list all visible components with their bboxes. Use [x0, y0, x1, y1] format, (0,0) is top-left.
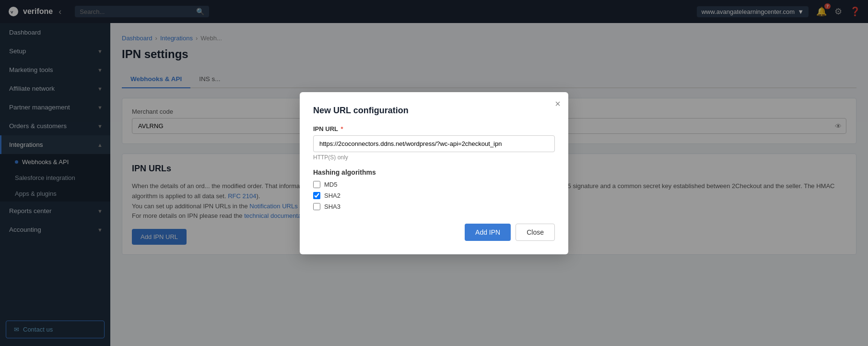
ipn-url-input[interactable]	[313, 135, 555, 152]
sha3-checkbox[interactable]	[313, 203, 320, 210]
hashing-algorithms-group: MD5 SHA2 SHA3	[313, 181, 555, 210]
required-marker: *	[340, 125, 343, 132]
ipn-url-label: IPN URL *	[313, 125, 555, 132]
md5-checkbox[interactable]	[313, 181, 320, 188]
ipn-url-hint: HTTP(S) only	[313, 154, 555, 161]
sha2-checkbox[interactable]	[313, 192, 320, 199]
sha3-option[interactable]: SHA3	[313, 203, 555, 210]
md5-option[interactable]: MD5	[313, 181, 555, 188]
sha2-option[interactable]: SHA2	[313, 192, 555, 199]
modal-overlay: New URL configuration × IPN URL * HTTP(S…	[0, 0, 868, 346]
close-button[interactable]: Close	[516, 224, 555, 241]
modal-title: New URL configuration	[313, 106, 555, 116]
add-ipn-button[interactable]: Add IPN	[465, 224, 511, 241]
modal-footer: Add IPN Close	[313, 224, 555, 241]
hashing-algorithms-label: Hashing algorithms	[313, 168, 555, 176]
new-url-config-modal: New URL configuration × IPN URL * HTTP(S…	[300, 92, 568, 254]
modal-close-button[interactable]: ×	[555, 99, 561, 108]
